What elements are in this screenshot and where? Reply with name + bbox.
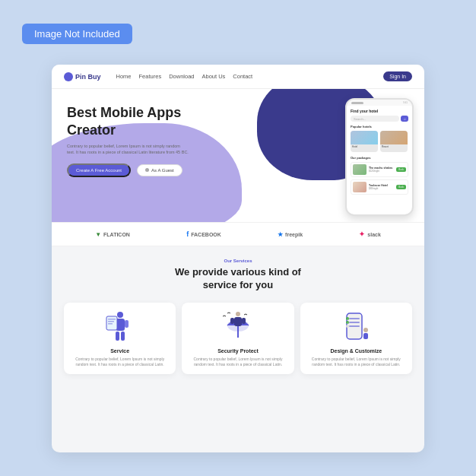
package-item-2: Toulouse Hotel $89/night Book bbox=[351, 179, 408, 195]
service-illustration-3: ✓ ✓ bbox=[306, 310, 406, 344]
svg-rect-15 bbox=[242, 318, 246, 324]
hero-description: Contrary to popular belief, Lorem Ipsum … bbox=[67, 143, 189, 156]
freepik-icon: ★ bbox=[278, 231, 283, 238]
service-svg-3: ✓ ✓ bbox=[339, 310, 373, 344]
svg-text:✓: ✓ bbox=[347, 321, 349, 324]
svg-rect-18 bbox=[349, 322, 360, 323]
svg-rect-19 bbox=[349, 325, 360, 327]
hero-title: Best Mobile Apps Creator bbox=[67, 104, 189, 138]
package-image-1 bbox=[353, 164, 367, 175]
nav-home[interactable]: Home bbox=[116, 73, 132, 80]
guest-button-icon bbox=[145, 168, 149, 172]
search-icon: ⌕ bbox=[404, 116, 406, 121]
package-book-btn-1[interactable]: Book bbox=[396, 167, 406, 172]
services-title: We provide various kind ofservice for yo… bbox=[64, 266, 412, 292]
svg-rect-3 bbox=[125, 320, 129, 328]
hotel-label-2: Resort bbox=[380, 144, 408, 149]
svg-rect-11 bbox=[237, 325, 239, 338]
nav-contact[interactable]: Contact bbox=[233, 73, 252, 80]
slack-label: slack bbox=[367, 232, 381, 237]
phone-status-indicator bbox=[351, 102, 363, 104]
services-section: Our Services We provide various kind ofs… bbox=[52, 246, 424, 382]
slack-icon: ✦ bbox=[359, 230, 365, 238]
hero-section: Best Mobile Apps Creator Contrary to pop… bbox=[52, 89, 424, 222]
svg-point-25 bbox=[363, 328, 368, 332]
service-illustration-1 bbox=[70, 310, 170, 344]
services-label: Our Services bbox=[64, 259, 412, 263]
package-price-1: $120/night bbox=[369, 170, 394, 173]
hotel-image-2 bbox=[380, 131, 408, 144]
phone-time: 9:41 bbox=[403, 101, 408, 104]
flaticon-label: FLATICON bbox=[103, 232, 130, 237]
phone-main-header: Find your hotel bbox=[351, 109, 408, 113]
logos-section: ▼ FLATICON f FACEBOOK ★ freepik ✦ slack bbox=[52, 222, 424, 246]
svg-rect-14 bbox=[230, 318, 234, 324]
popular-hotels-title: Popular hotels bbox=[351, 125, 408, 129]
guest-button[interactable]: As A Guest bbox=[137, 164, 182, 176]
nav-about[interactable]: About Us bbox=[202, 73, 226, 80]
logo-flaticon: ▼ FLATICON bbox=[95, 231, 130, 238]
packages-title: Our packages bbox=[351, 156, 408, 160]
nav-logo: Pin Buy bbox=[64, 72, 101, 81]
logo-icon bbox=[64, 72, 73, 81]
navbar: Pin Buy Home Features Download About Us … bbox=[52, 65, 424, 89]
facebook-label: FACEBOOK bbox=[191, 232, 221, 237]
logo-text: Pin Buy bbox=[75, 73, 101, 81]
package-image-2 bbox=[353, 182, 367, 192]
freepik-label: freepik bbox=[285, 232, 303, 237]
service-desc-2: Contrary to popular belief, Lorem Ipsum … bbox=[188, 357, 287, 368]
flaticon-icon: ▼ bbox=[95, 231, 101, 238]
search-placeholder: Search... bbox=[354, 117, 366, 121]
svg-rect-12 bbox=[236, 312, 240, 316]
service-card-3: ✓ ✓ Design & Customize Contrary to popul… bbox=[300, 303, 412, 374]
service-card-2: Security Protect Contrary to popular bel… bbox=[182, 303, 294, 374]
facebook-icon: f bbox=[186, 230, 189, 238]
nav-download[interactable]: Download bbox=[169, 73, 194, 80]
service-cards-container: Service Contrary to popular belief, Lore… bbox=[64, 303, 412, 374]
create-account-button[interactable]: Create A Free Account bbox=[67, 163, 131, 177]
svg-rect-8 bbox=[108, 321, 114, 322]
package-info-1: The machu shakes $120/night bbox=[369, 167, 394, 173]
svg-rect-13 bbox=[234, 317, 242, 326]
svg-rect-17 bbox=[349, 318, 360, 319]
service-title-1: Service bbox=[70, 348, 170, 354]
search-button[interactable]: ⌕ bbox=[401, 116, 408, 122]
svg-rect-0 bbox=[117, 312, 123, 318]
package-item-1: The machu shakes $120/night Book bbox=[351, 162, 408, 177]
package-info-2: Toulouse Hotel $89/night bbox=[369, 184, 394, 190]
phone-mockup: 9:41 Find your hotel Search... ⌕ Popular… bbox=[345, 98, 414, 216]
package-book-btn-2[interactable]: Book bbox=[396, 185, 406, 189]
service-illustration-2 bbox=[188, 310, 287, 344]
signin-button[interactable]: Sign In bbox=[383, 71, 412, 81]
service-title-3: Design & Customize bbox=[306, 348, 406, 354]
svg-rect-7 bbox=[108, 319, 116, 320]
logo-facebook: f FACEBOOK bbox=[186, 230, 221, 238]
svg-rect-4 bbox=[116, 332, 119, 341]
hotel-label-1: Hotel bbox=[351, 144, 378, 149]
package-price-2: $89/night bbox=[369, 187, 394, 190]
logo-freepik: ★ freepik bbox=[278, 231, 303, 238]
website-preview-card: Pin Buy Home Features Download About Us … bbox=[52, 65, 424, 452]
service-card-1: Service Contrary to popular belief, Lore… bbox=[64, 303, 176, 374]
service-svg-1 bbox=[105, 310, 135, 344]
phone-search-bar: Search... ⌕ bbox=[351, 116, 408, 122]
hotel-image-1 bbox=[351, 131, 378, 144]
image-not-included-badge: Image Not Included bbox=[22, 24, 132, 44]
hotel-cards: Hotel Resort bbox=[351, 131, 408, 152]
svg-rect-26 bbox=[363, 333, 368, 339]
nav-links: Home Features Download About Us Contact bbox=[116, 73, 253, 80]
service-svg-2 bbox=[221, 310, 255, 344]
service-title-2: Security Protect bbox=[188, 348, 287, 354]
hotel-card-2: Resort bbox=[380, 131, 408, 152]
guest-button-label: As A Guest bbox=[151, 168, 174, 173]
logo-slack: ✦ slack bbox=[359, 230, 381, 238]
phone-content: Find your hotel Search... ⌕ Popular hote… bbox=[347, 106, 412, 200]
svg-rect-9 bbox=[108, 323, 113, 325]
svg-text:✓: ✓ bbox=[347, 317, 349, 320]
service-desc-1: Contrary to popular belief, Lorem Ipsum … bbox=[70, 357, 170, 368]
service-desc-3: Contrary to popular belief, Lorem Ipsum … bbox=[306, 357, 406, 368]
hotel-card-1: Hotel bbox=[351, 131, 378, 152]
svg-point-24 bbox=[346, 325, 349, 328]
svg-rect-5 bbox=[121, 332, 125, 341]
nav-features[interactable]: Features bbox=[139, 73, 162, 80]
